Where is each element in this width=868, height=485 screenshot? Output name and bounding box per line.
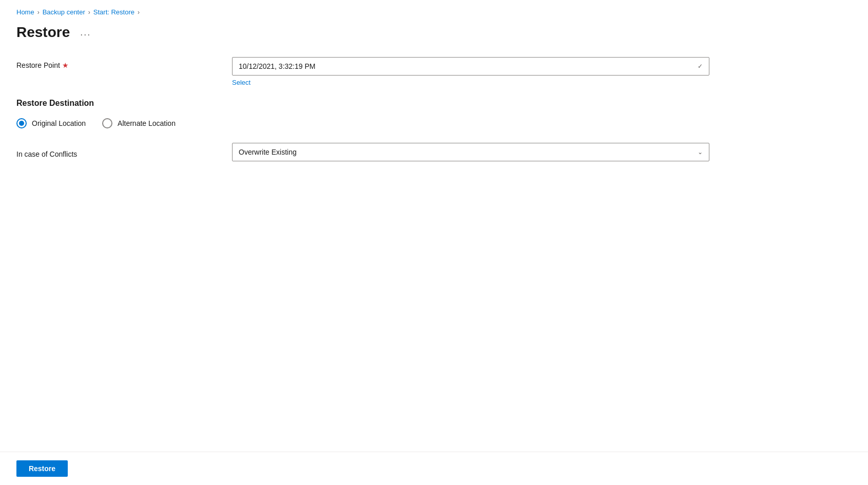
original-location-radio[interactable] xyxy=(16,118,27,128)
conflicts-row: In case of Conflicts Overwrite Existing … xyxy=(16,143,709,161)
required-indicator: ★ xyxy=(62,61,69,69)
conflicts-label: In case of Conflicts xyxy=(16,146,232,158)
alternate-location-label: Alternate Location xyxy=(118,119,176,127)
breadcrumb-backup-center[interactable]: Backup center xyxy=(43,8,85,16)
restore-point-dropdown[interactable]: 10/12/2021, 3:32:19 PM ✓ xyxy=(232,57,709,76)
restore-button[interactable]: Restore xyxy=(16,460,68,477)
breadcrumb: Home › Backup center › Start: Restore › xyxy=(16,8,852,16)
restore-destination-radio-group: Original Location Alternate Location xyxy=(16,118,709,128)
restore-destination-section: Restore Destination Original Location Al… xyxy=(16,99,709,128)
conflicts-label-text: In case of Conflicts xyxy=(16,150,77,158)
alternate-location-option[interactable]: Alternate Location xyxy=(102,118,176,128)
breadcrumb-separator-1: › xyxy=(37,9,40,16)
breadcrumb-home[interactable]: Home xyxy=(16,8,34,16)
conflicts-value: Overwrite Existing xyxy=(239,148,297,156)
restore-point-row: Restore Point ★ 10/12/2021, 3:32:19 PM ✓… xyxy=(16,57,709,86)
breadcrumb-separator-3: › xyxy=(138,9,140,16)
conflicts-field-group: Overwrite Existing ⌄ xyxy=(232,143,709,161)
page-header: Restore ... xyxy=(16,24,852,41)
more-options-button[interactable]: ... xyxy=(76,25,95,40)
form-section: Restore Point ★ 10/12/2021, 3:32:19 PM ✓… xyxy=(16,57,709,161)
page-title: Restore xyxy=(16,24,70,41)
restore-point-label-text: Restore Point xyxy=(16,61,60,69)
restore-point-chevron-icon: ✓ xyxy=(698,63,703,70)
conflicts-chevron-icon: ⌄ xyxy=(698,148,703,156)
conflicts-dropdown[interactable]: Overwrite Existing ⌄ xyxy=(232,143,709,161)
restore-destination-title: Restore Destination xyxy=(16,99,709,108)
restore-point-label: Restore Point ★ xyxy=(16,57,232,69)
restore-point-field-group: 10/12/2021, 3:32:19 PM ✓ Select xyxy=(232,57,709,86)
breadcrumb-separator-2: › xyxy=(88,9,90,16)
alternate-location-radio[interactable] xyxy=(102,118,112,128)
original-location-label: Original Location xyxy=(32,119,86,127)
restore-point-select-link[interactable]: Select xyxy=(232,79,250,86)
breadcrumb-start-restore: Start: Restore xyxy=(93,8,134,16)
original-location-option[interactable]: Original Location xyxy=(16,118,86,128)
main-content: Home › Backup center › Start: Restore › … xyxy=(0,0,868,452)
restore-point-value: 10/12/2021, 3:32:19 PM xyxy=(239,62,315,70)
footer-bar: Restore xyxy=(0,452,868,485)
